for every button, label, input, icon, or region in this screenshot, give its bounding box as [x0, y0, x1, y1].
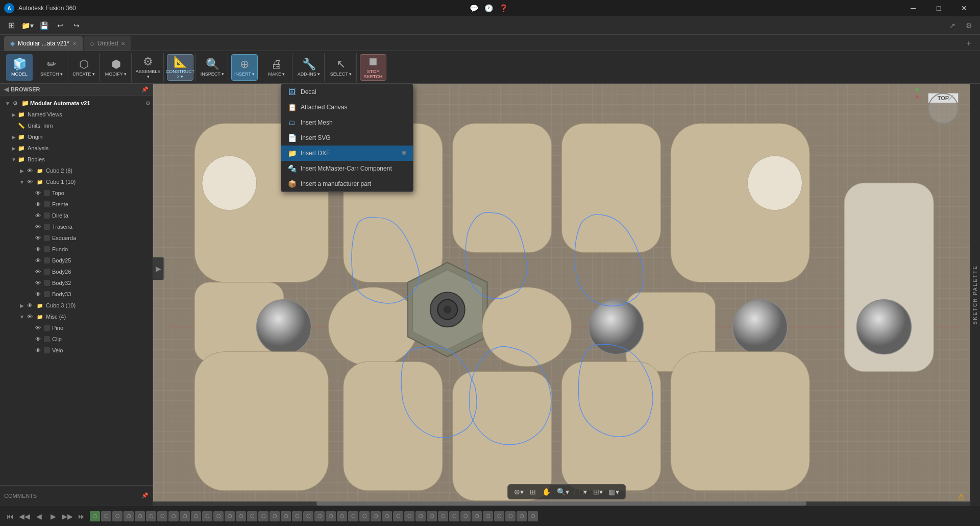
timeline-step-back-btn[interactable]: ◀: [33, 510, 45, 522]
redo-button[interactable]: ↪: [69, 18, 84, 33]
tl-item-33[interactable]: ⬡: [449, 511, 459, 521]
addins-button[interactable]: 🔧 ADD-INS ▾: [296, 54, 322, 81]
tl-item-2[interactable]: ⬡: [101, 511, 111, 521]
root-settings-btn[interactable]: ⚙: [145, 100, 151, 107]
timeline-prev-btn[interactable]: ◀◀: [18, 510, 31, 522]
viewport[interactable]: TOP Y↑ X→ ↗ ▶ 🖼 Decal 📋 Attached Canvas: [153, 84, 980, 506]
make-button[interactable]: 🖨 MAKE ▾: [263, 54, 290, 81]
tl-item-5[interactable]: ⬡: [135, 511, 145, 521]
open-button[interactable]: 📁▾: [20, 18, 35, 33]
help-icon[interactable]: ❓: [499, 4, 508, 12]
tl-item-1[interactable]: ⬡: [90, 511, 100, 521]
scrollbar-thumb[interactable]: [316, 501, 806, 506]
tab-modular[interactable]: ◆ Modular ...ata v21* ✕: [4, 36, 83, 51]
select-button[interactable]: ↖ SELECT ▾: [328, 54, 354, 81]
tree-item-cubo3[interactable]: ▶ 👁 📁 Cubo 3 (10): [0, 300, 153, 311]
tree-item-body32[interactable]: ▶ 👁 Body32: [0, 277, 153, 289]
tree-item-origin[interactable]: ▶ 📁 Origin: [0, 131, 153, 142]
tl-item-21[interactable]: ⬡: [314, 511, 325, 521]
share-button[interactable]: ↗: [945, 18, 960, 33]
tl-item-24[interactable]: ⬡: [348, 511, 358, 521]
vbt-pan-icon[interactable]: ✋: [540, 487, 553, 497]
sketch-button[interactable]: ✏ SKETCH ▾: [38, 54, 65, 81]
browser-collapse-arrow[interactable]: ◀: [4, 86, 9, 93]
tree-item-misc[interactable]: ▼ 👁 📁 Misc (4): [0, 311, 153, 322]
tl-item-35[interactable]: ⬡: [472, 511, 482, 521]
tab-close-modular[interactable]: ✕: [72, 41, 77, 46]
tree-item-root[interactable]: ▼ ⚙ 📁 Modular Automata v21 ⚙: [0, 98, 153, 109]
tl-item-23[interactable]: ⬡: [337, 511, 347, 521]
vbt-zoom-icon[interactable]: 🔍▾: [555, 487, 571, 497]
timeline-play-btn[interactable]: ▶: [47, 510, 59, 522]
tree-item-body25[interactable]: ▶ 👁 Body25: [0, 255, 153, 266]
tl-item-14[interactable]: ⬡: [236, 511, 246, 521]
tree-item-cubo2[interactable]: ▶ 👁 📁 Cubo 2 (8): [0, 165, 153, 176]
tl-item-27[interactable]: ⬡: [382, 511, 392, 521]
menu-item-attached-canvas[interactable]: 📋 Attached Canvas: [281, 100, 413, 115]
tl-item-11[interactable]: ⬡: [202, 511, 212, 521]
timeline-start-btn[interactable]: ⏮: [4, 510, 16, 522]
tree-item-direita[interactable]: ▶ 👁 Direita: [0, 210, 153, 221]
tree-item-fundo[interactable]: ▶ 👁 Fundo: [0, 244, 153, 255]
tl-item-39[interactable]: ⬡: [517, 511, 527, 521]
menu-item-decal[interactable]: 🖼 Decal: [281, 84, 413, 100]
tab-close-untitled[interactable]: ✕: [121, 41, 125, 46]
tree-item-frente[interactable]: ▶ 👁 Frente: [0, 199, 153, 210]
modify-button[interactable]: ⬢ MODIFY ▾: [103, 54, 129, 81]
tl-item-37[interactable]: ⬡: [494, 511, 504, 521]
tl-item-22[interactable]: ⬡: [326, 511, 336, 521]
tl-item-13[interactable]: ⬡: [225, 511, 235, 521]
comments-pin-icon[interactable]: 📌: [141, 492, 149, 499]
tl-item-9[interactable]: ⬡: [180, 511, 190, 521]
tl-item-34[interactable]: ⬡: [460, 511, 471, 521]
tl-item-10[interactable]: ⬡: [191, 511, 201, 521]
vbt-grid-icon[interactable]: ⊞▾: [591, 487, 605, 497]
tl-item-17[interactable]: ⬡: [270, 511, 280, 521]
vbt-layout-icon[interactable]: ▦▾: [607, 487, 621, 497]
construct-button[interactable]: 📐 CONSTRUCT > ▾: [167, 54, 193, 81]
tl-item-12[interactable]: ⬡: [213, 511, 224, 521]
close-button[interactable]: ✕: [952, 0, 976, 16]
tl-item-19[interactable]: ⬡: [292, 511, 302, 521]
view-cube[interactable]: TOP: [923, 88, 964, 129]
tl-item-29[interactable]: ⬡: [404, 511, 414, 521]
apps-button[interactable]: ⊞: [4, 18, 18, 33]
tl-item-30[interactable]: ⬡: [415, 511, 426, 521]
tree-item-analysis[interactable]: ▶ 📁 Analysis: [0, 142, 153, 154]
tl-item-6[interactable]: ⬡: [146, 511, 156, 521]
tl-item-8[interactable]: ⬡: [168, 511, 179, 521]
tl-item-36[interactable]: ⬡: [483, 511, 493, 521]
assemble-button[interactable]: ⚙ ASSEMBLE ▾: [135, 54, 161, 81]
save-button[interactable]: 💾: [37, 18, 51, 33]
vbt-display-icon[interactable]: □▾: [577, 487, 589, 497]
stop-sketch-button[interactable]: ⏹ STOP SKETCH: [360, 54, 386, 81]
minimize-button[interactable]: ─: [901, 0, 925, 16]
tree-item-body26[interactable]: ▶ 👁 Body26: [0, 266, 153, 277]
new-tab-button[interactable]: +: [962, 36, 976, 51]
notification-icon[interactable]: 💬: [470, 4, 478, 12]
insert-button[interactable]: ⊕ INSERT ▾: [231, 54, 258, 81]
tl-item-25[interactable]: ⬡: [359, 511, 370, 521]
browser-pin-icon[interactable]: 📌: [141, 86, 149, 93]
tab-untitled[interactable]: ◇ Untitled ✕: [84, 36, 132, 51]
tree-item-esquerda[interactable]: ▶ 👁 Esquerda: [0, 232, 153, 244]
tl-item-31[interactable]: ⬡: [427, 511, 437, 521]
tree-item-named-views[interactable]: ▶ 📁 Named Views: [0, 109, 153, 120]
tree-item-traseira[interactable]: ▶ 👁 Traseira: [0, 221, 153, 232]
tree-item-bodies[interactable]: ▼ 📁 Bodies: [0, 154, 153, 165]
settings-button[interactable]: ⚙: [962, 18, 976, 33]
undo-button[interactable]: ↩: [53, 18, 67, 33]
tl-item-18[interactable]: ⬡: [281, 511, 291, 521]
tl-item-7[interactable]: ⬡: [157, 511, 167, 521]
tl-item-3[interactable]: ⬡: [112, 511, 122, 521]
vbt-cursor-icon[interactable]: ⊕▾: [512, 487, 526, 497]
tl-item-40[interactable]: ⬡: [528, 511, 538, 521]
menu-item-insert-svg[interactable]: 📄 Insert SVG: [281, 130, 413, 146]
menu-item-insert-dxf[interactable]: 📁 Insert DXF ⌘: [281, 146, 413, 161]
create-button[interactable]: ⬡ CREATE ▾: [70, 54, 97, 81]
viewport-horizontal-scrollbar[interactable]: [153, 501, 970, 506]
tree-item-clip[interactable]: ▶ 👁 Clip: [0, 333, 153, 345]
timeline-step-fwd-btn[interactable]: ▶▶: [61, 510, 74, 522]
vbt-move-icon[interactable]: ⊞: [528, 487, 538, 497]
tree-item-body33[interactable]: ▶ 👁 Body33: [0, 289, 153, 300]
